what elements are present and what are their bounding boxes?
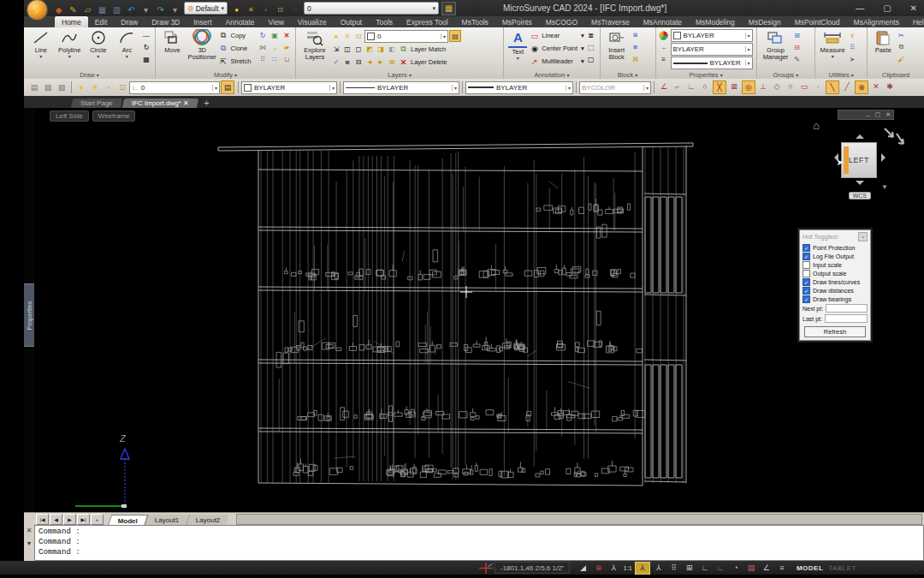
attach-icon[interactable]: ⌘ <box>631 54 641 64</box>
maximize-button[interactable]: ▢ <box>883 3 891 13</box>
vp-freeze-icon[interactable]: ▫ <box>103 81 115 93</box>
annotation-scale-toggle[interactable]: ◔ <box>729 563 743 574</box>
model-space-button[interactable]: MODEL <box>797 564 823 572</box>
checkbox-draw-lines-curves[interactable]: ✓ <box>803 278 810 286</box>
layers-group-label[interactable]: Layers ▾ <box>296 71 503 79</box>
snap-target-toggle[interactable]: ⊕ <box>591 563 605 574</box>
snap-endpoint-icon[interactable]: ⌐ <box>672 80 684 92</box>
snap-none-icon[interactable]: ✕ <box>870 80 882 92</box>
layer-dropdown[interactable]: 0 ▾ <box>304 2 439 15</box>
menu-tab-draw-3d[interactable]: Draw 3D <box>145 16 187 27</box>
line-button[interactable]: Line▾ <box>27 29 56 59</box>
menu-tab-tools[interactable]: Tools <box>369 16 400 27</box>
layer-off-icon[interactable]: ◧ <box>387 45 397 55</box>
menu-tab-visualize[interactable]: Visualize <box>291 16 334 27</box>
menu-tab-draw[interactable]: Draw <box>114 16 145 27</box>
snap-quadrant-icon[interactable]: ○ <box>785 80 797 92</box>
angle-toggle[interactable]: ∠ <box>760 563 773 574</box>
sun-icon[interactable]: ✳ <box>89 81 101 93</box>
revision-icon[interactable]: ▢ <box>586 54 596 64</box>
snap-perpendicular-icon[interactable]: ⊥ <box>757 80 769 92</box>
checkbox-log-file-output[interactable]: ✓ <box>803 253 810 260</box>
ucs-toggle[interactable]: ∟ <box>714 563 727 574</box>
array-icon[interactable]: ⠿ <box>258 54 268 64</box>
linear-dim-button[interactable]: ▭Linear▾ <box>529 29 583 42</box>
workspace-switcher[interactable]: ⚙ Default ▾ <box>184 2 228 15</box>
create-block-icon[interactable]: ⧇ <box>631 30 641 40</box>
snap-tracking-toggle[interactable]: ⅄ <box>652 563 666 574</box>
undo-caret-icon[interactable]: ▾ <box>139 3 152 15</box>
stretch-button[interactable]: ⇱Stretch <box>218 55 256 68</box>
lock-icon[interactable]: ⊡ <box>116 81 128 93</box>
snap-center-icon[interactable]: ◎ <box>742 80 755 94</box>
center-point-button[interactable]: ◉Center Point▾ <box>529 42 583 55</box>
menu-tab-msannotate[interactable]: MsAnnotate <box>637 16 689 27</box>
quick-select-icon[interactable]: ⋎ <box>847 30 857 40</box>
move-button[interactable]: Move <box>158 29 187 54</box>
refresh-button[interactable]: Refresh <box>804 326 866 337</box>
new-tab-button[interactable]: + <box>204 98 210 108</box>
groups-group-label[interactable]: Groups ▾ <box>757 71 815 79</box>
note-icon[interactable]: ✎ <box>67 3 80 15</box>
snap-clear-icon[interactable]: ✱ <box>884 80 896 92</box>
next-pt-field[interactable] <box>826 304 868 313</box>
printer-icon[interactable]: ▦ <box>441 2 456 15</box>
hatch-icon[interactable]: ▦ <box>141 54 151 64</box>
paste-button[interactable]: Paste <box>870 29 896 54</box>
mini-close-button[interactable]: ✕ <box>886 111 891 118</box>
menu-tab-msdesign[interactable]: MsDesign <box>742 16 788 27</box>
layer-make-current-icon[interactable]: ⇲ <box>331 45 341 55</box>
printstyle-control[interactable]: BYCOLOR▾ <box>579 81 651 94</box>
group-add-icon[interactable]: ⊞ <box>792 30 803 40</box>
color-wheel-icon[interactable] <box>659 30 669 40</box>
layer-lock2-icon[interactable]: ⊠ <box>387 57 397 68</box>
layer-thaw-icon[interactable]: ◄ <box>364 57 375 68</box>
snap-apparent-icon[interactable]: ⊠ <box>728 80 740 92</box>
layout-nav-1[interactable]: ◀ <box>50 514 62 525</box>
command-expand-icon[interactable]: ▾ <box>27 539 31 547</box>
document-tab-ifc-import-dwg-[interactable]: IFC Import.dwg* ✕ <box>122 98 198 108</box>
layer-iso-icon[interactable]: ◻ <box>353 45 364 55</box>
entity-snap-toggle[interactable]: ⅄ <box>607 563 620 574</box>
menu-tab-mstools[interactable]: MsTools <box>455 16 495 27</box>
viewport-toggle[interactable]: ⊞ <box>683 563 696 574</box>
snap-circle-icon[interactable]: ○ <box>699 80 711 92</box>
table-icon[interactable]: ≣ <box>586 30 596 40</box>
mini-minimize-button[interactable]: – <box>867 112 870 118</box>
layout-tab-layout1[interactable]: Layout1 <box>145 515 188 525</box>
quick-calc-icon[interactable]: ⠿ <box>847 42 857 52</box>
group-edit-icon[interactable]: ✎ <box>792 54 803 64</box>
layer-merge-icon[interactable]: ⊟ <box>353 57 364 68</box>
layer-delete-button[interactable]: ✕Layer Delete <box>398 56 447 69</box>
command-close-icon[interactable]: ✕ <box>27 527 33 534</box>
open-folder-icon[interactable]: ▱ <box>81 3 94 15</box>
layout-nav-2[interactable]: ▶ <box>63 514 76 525</box>
menu-tab-annotate[interactable]: Annotate <box>219 16 262 27</box>
layout-tab-layout2[interactable]: Layout2 <box>186 515 229 525</box>
save-as-icon[interactable]: ▥ <box>110 3 123 15</box>
linetype-dropdown[interactable]: BYLAYER▾ <box>671 43 753 56</box>
app-logo-icon[interactable]: ⚡ <box>27 0 48 21</box>
menu-tab-msalignments[interactable]: MsAlignments <box>847 16 906 27</box>
unlock-icon[interactable]: ⊔ <box>281 54 292 64</box>
viewcube-wcs-menu[interactable]: WCS <box>849 192 871 200</box>
viewcube-up-arrow[interactable] <box>856 130 864 139</box>
snap-extension-icon[interactable]: ╱ <box>841 80 853 92</box>
preview-icon[interactable]: ▧ <box>42 81 54 93</box>
horizontal-scrollbar[interactable] <box>236 514 922 525</box>
bulb-icon[interactable]: ● <box>75 81 87 93</box>
modify-group-label[interactable]: Modify ▾ <box>156 71 295 79</box>
erase-icon[interactable]: ✕ <box>281 30 292 40</box>
circle-button[interactable]: Circle▾ <box>84 29 113 59</box>
edit-block-icon[interactable]: ⧆ <box>631 42 641 52</box>
layer-vpfreeze-icon[interactable]: ⧈ <box>342 57 352 68</box>
properties-group-label[interactable]: Properties ▾ <box>656 71 756 79</box>
layer-freeze2-icon[interactable]: ◨ <box>376 45 386 55</box>
document-tab-start-page[interactable]: Start Page <box>71 98 122 108</box>
lock-icon[interactable]: ⊡ <box>274 4 287 16</box>
resize-grip[interactable]: ⋰ <box>915 563 922 572</box>
menu-tab-express-tool[interactable]: Express Tool <box>400 16 455 27</box>
layout-tab-model[interactable]: Model <box>108 515 148 526</box>
color-dropdown[interactable]: BYLAYER▾ <box>671 29 753 42</box>
clone-button[interactable]: ⧉Clone <box>218 42 256 55</box>
